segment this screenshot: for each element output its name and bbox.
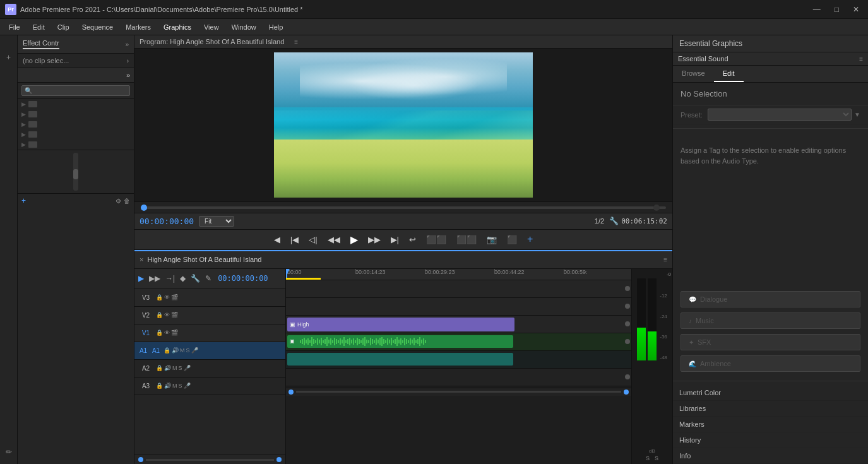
timeline-bottom-scrubber[interactable]: [134, 455, 285, 464]
mark-in-button[interactable]: ◀: [271, 234, 283, 246]
timeline-menu-icon[interactable]: ≡: [663, 256, 667, 263]
track-a3-s[interactable]: S: [179, 383, 182, 389]
info-section[interactable]: Info: [673, 448, 868, 464]
effects-expand[interactable]: »: [126, 71, 130, 79]
track-v2-eye[interactable]: 👁: [164, 312, 170, 318]
track-v2-film[interactable]: 🎬: [171, 312, 178, 318]
add-marker-button[interactable]: +: [525, 232, 535, 246]
close-button[interactable]: ✕: [849, 4, 863, 15]
effects-item[interactable]: ▶: [18, 99, 134, 109]
menu-markers[interactable]: Markers: [119, 21, 157, 33]
fit-dropdown[interactable]: Fit 25% 50% 100%: [199, 216, 234, 227]
track-a2-s[interactable]: S: [179, 365, 182, 371]
clip-selector-chevron[interactable]: ›: [127, 57, 129, 64]
pen-tool-timeline[interactable]: ✎: [204, 273, 213, 284]
track-v1-film[interactable]: 🎬: [171, 330, 178, 336]
track-v2-lock[interactable]: 🔒: [156, 312, 163, 318]
maximize-button[interactable]: □: [831, 4, 843, 15]
window-controls[interactable]: — □ ✕: [809, 4, 863, 15]
menu-sequence[interactable]: Sequence: [76, 21, 120, 33]
ambience-button[interactable]: 🌊 Ambience: [681, 355, 860, 372]
track-a2-mic[interactable]: 🎤: [184, 365, 191, 371]
track-select-tool[interactable]: ▶▶: [148, 273, 162, 284]
track-a1-m[interactable]: M: [180, 347, 185, 354]
program-scrubber[interactable]: [134, 201, 672, 213]
play-button[interactable]: ▶: [348, 232, 360, 247]
step-back-button[interactable]: |◀: [288, 234, 301, 246]
music-button[interactable]: ♪ Music: [681, 312, 860, 329]
essential-sound-menu[interactable]: ≡: [859, 56, 863, 62]
track-a3-lock[interactable]: 🔒: [156, 383, 163, 389]
libraries-section[interactable]: Libraries: [673, 401, 868, 417]
history-section[interactable]: History: [673, 432, 868, 448]
audio-clip-a2[interactable]: [287, 353, 513, 366]
loop-button[interactable]: ↩: [407, 234, 419, 246]
menu-help[interactable]: Help: [263, 21, 290, 33]
effects-search[interactable]: [18, 83, 134, 99]
add-media-tool[interactable]: +: [2, 51, 16, 64]
prev-frame-button[interactable]: ◁|: [306, 234, 319, 246]
zoom-slider[interactable]: [73, 153, 78, 191]
track-a1-s[interactable]: S: [186, 347, 190, 354]
preset-dropdown[interactable]: [708, 109, 852, 121]
fast-forward-button[interactable]: ▶▶: [366, 234, 383, 246]
effects-item-4[interactable]: ▶: [18, 129, 134, 140]
video-clip-block[interactable]: ▣ High: [287, 318, 514, 331]
lumetri-color-section[interactable]: Lumetri Color: [673, 385, 868, 401]
dialogue-button[interactable]: 💬 Dialogue: [681, 291, 860, 307]
audio-clip-a1[interactable]: ▣: [287, 335, 513, 348]
track-a1-speaker[interactable]: 🔊: [172, 347, 179, 354]
ripple-edit-tool[interactable]: →|: [164, 273, 176, 284]
track-v3-film[interactable]: 🎬: [171, 294, 178, 300]
scrubber-dot-right[interactable]: [276, 457, 282, 462]
sfx-button[interactable]: ✦ SFX: [681, 334, 860, 350]
add-icon[interactable]: +: [21, 196, 26, 205]
track-a1-mic[interactable]: 🎤: [191, 347, 198, 354]
capture-frame-button[interactable]: 📷: [484, 234, 499, 246]
menu-window[interactable]: Window: [225, 21, 263, 33]
insert-button[interactable]: ⬛⬛: [424, 234, 449, 246]
menu-view[interactable]: View: [198, 21, 225, 33]
settings-icon[interactable]: ⚙: [116, 198, 121, 205]
overwrite-button[interactable]: ⬛⬛: [454, 234, 479, 246]
track-a3-m[interactable]: M: [172, 383, 177, 389]
monitor-menu-icon[interactable]: ≡: [294, 39, 298, 45]
program-timecode[interactable]: 00:00:00:00: [140, 217, 194, 226]
razor-tool[interactable]: ◆: [179, 273, 187, 284]
zoom-track[interactable]: [296, 391, 621, 393]
scrubber-dot-left[interactable]: [138, 457, 143, 462]
zoom-right-handle[interactable]: [624, 390, 629, 395]
settings-button[interactable]: ⬛: [504, 234, 520, 246]
track-v1-lock[interactable]: 🔒: [156, 330, 163, 336]
track-v3-eye[interactable]: 👁: [164, 294, 170, 300]
menu-graphics[interactable]: Graphics: [157, 21, 198, 33]
track-v1-eye[interactable]: 👁: [164, 330, 170, 336]
track-a2-speaker[interactable]: 🔊: [164, 365, 171, 371]
menu-file[interactable]: File: [3, 21, 27, 33]
selection-tool[interactable]: ▶: [137, 273, 145, 284]
track-v3-lock[interactable]: 🔒: [156, 294, 163, 300]
trash-icon[interactable]: 🗑: [124, 198, 130, 205]
track-a2-lock[interactable]: 🔒: [156, 365, 163, 371]
effects-item-5[interactable]: ▶: [18, 140, 134, 150]
next-frame-button[interactable]: ▶|: [388, 234, 401, 246]
wrench-icon[interactable]: 🔧: [609, 217, 619, 225]
tab-browse[interactable]: Browse: [673, 66, 714, 82]
track-a3-speaker[interactable]: 🔊: [164, 383, 171, 389]
zoom-left-handle[interactable]: [288, 390, 294, 395]
tab-edit[interactable]: Edit: [714, 66, 744, 82]
timeline-zoom-bar[interactable]: [286, 388, 631, 396]
menu-edit[interactable]: Edit: [27, 21, 51, 33]
pen-tool[interactable]: ✏: [2, 445, 16, 459]
clip-selector[interactable]: (no clip selec... ›: [18, 54, 134, 68]
track-a3-mic[interactable]: 🎤: [184, 383, 191, 389]
panel-expand-icon[interactable]: »: [125, 41, 129, 48]
timeline-close-icon[interactable]: ×: [140, 256, 143, 263]
scrubber-track-bottom[interactable]: [146, 459, 274, 461]
markers-section[interactable]: Markers: [673, 417, 868, 432]
effects-search-input[interactable]: [21, 85, 130, 96]
rewind-button[interactable]: ◀◀: [325, 234, 343, 246]
track-a1-lock[interactable]: 🔒: [163, 347, 170, 354]
slip-tool[interactable]: 🔧: [189, 273, 201, 284]
minimize-button[interactable]: —: [809, 4, 824, 15]
